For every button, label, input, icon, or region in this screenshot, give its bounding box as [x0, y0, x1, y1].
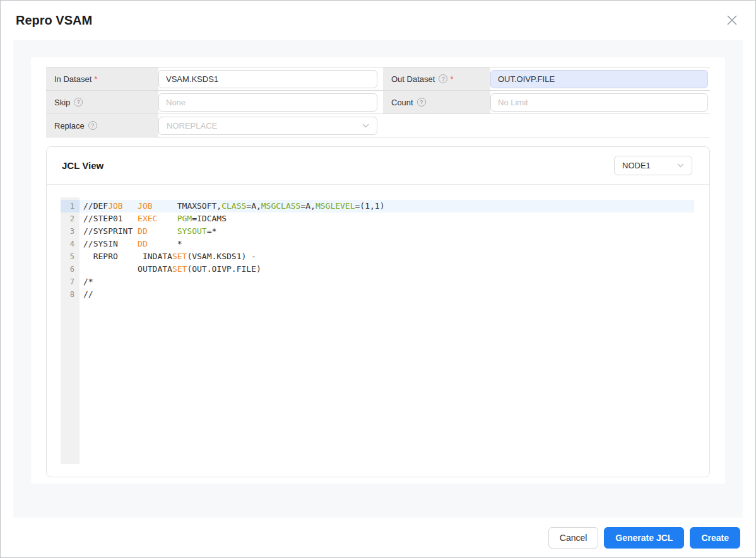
replace-select-value: NOREPLACE — [167, 121, 217, 131]
close-icon — [726, 14, 738, 26]
replace-label: Replace ? — [46, 114, 158, 137]
label-text: Out Dataset — [391, 74, 435, 84]
help-icon[interactable]: ? — [417, 98, 426, 107]
repro-vsam-modal: Repro VSAM In Dataset * Out Dataset — [0, 0, 756, 558]
content-card: In Dataset * Out Dataset ? * Skip ? — [31, 57, 725, 484]
help-icon[interactable]: ? — [88, 121, 97, 130]
code-token: MSGLEVEL — [316, 201, 355, 211]
code-token: =IDCAMS — [192, 214, 227, 223]
code-line[interactable]: REPRO INDATASET(VSAM.KSDS1) - — [80, 250, 694, 263]
line-number: 4 — [61, 238, 80, 250]
node-select[interactable]: NODE1 — [614, 156, 692, 175]
in-dataset-input[interactable] — [158, 70, 377, 88]
line-number: 5 — [61, 250, 80, 263]
line-number: 3 — [61, 225, 80, 238]
code-token: JOB — [108, 201, 122, 211]
code-token: =(1,1) — [355, 201, 385, 211]
line-number: 1 — [61, 200, 80, 212]
out-dataset-label: Out Dataset ? * — [383, 67, 490, 91]
required-asterisk: * — [450, 74, 453, 84]
jcl-view-panel: JCL View NODE1 12345678 //DEFJOB JOB TMA… — [46, 146, 710, 477]
repro-form: In Dataset * Out Dataset ? * Skip ? — [46, 67, 710, 137]
code-token: //DEF — [83, 201, 108, 211]
code-line[interactable]: //SYSIN DD * — [80, 238, 694, 250]
label-text: In Dataset — [54, 74, 92, 84]
out-dataset-input[interactable] — [490, 70, 708, 88]
help-icon[interactable]: ? — [439, 74, 447, 83]
code-line[interactable]: // — [80, 288, 694, 301]
code-token: SYSOUT — [177, 226, 207, 236]
code-token: =A, — [300, 201, 315, 211]
line-number: 7 — [61, 276, 80, 288]
code-line[interactable]: //DEFJOB JOB TMAXSOFT,CLASS=A,MSGCLASS=A… — [80, 200, 694, 212]
line-number: 8 — [61, 288, 80, 301]
code-token: EXEC — [138, 214, 157, 223]
code-token: (VSAM.KSDS1) - — [187, 252, 256, 261]
count-label: Count ? — [383, 91, 490, 114]
code-token: * — [148, 239, 182, 248]
modal-footer: Cancel Generate JCL Create — [1, 518, 755, 557]
replace-cell: NOREPLACE — [158, 114, 383, 137]
jcl-code-editor[interactable]: 12345678 //DEFJOB JOB TMAXSOFT,CLASS=A,M… — [61, 197, 694, 464]
in-dataset-cell — [158, 67, 383, 91]
code-token: /* — [83, 277, 93, 286]
code-token: =A, — [246, 201, 261, 211]
jcl-view-title: JCL View — [62, 160, 103, 171]
label-text: Skip — [54, 98, 70, 107]
chevron-down-icon — [362, 124, 369, 128]
count-cell — [490, 91, 710, 114]
modal-header: Repro VSAM — [1, 1, 755, 40]
code-line[interactable]: /* — [80, 276, 694, 288]
code-token: REPRO INDATA — [83, 252, 172, 261]
required-asterisk: * — [94, 74, 97, 84]
code-gutter: 12345678 — [61, 197, 80, 464]
chevron-down-icon — [677, 163, 684, 168]
label-text: Count — [391, 98, 413, 107]
code-token: //SYSIN — [83, 239, 138, 248]
code-token — [148, 226, 177, 236]
line-number: 6 — [61, 263, 80, 276]
empty-cell — [383, 114, 710, 137]
in-dataset-label: In Dataset * — [46, 67, 158, 91]
label-text: Replace — [54, 121, 85, 131]
skip-cell — [158, 91, 383, 114]
line-number: 2 — [61, 212, 80, 225]
modal-body: In Dataset * Out Dataset ? * Skip ? — [13, 40, 743, 519]
count-input[interactable] — [490, 93, 708, 112]
code-token: PGM — [177, 214, 192, 223]
help-icon[interactable]: ? — [74, 98, 83, 107]
close-button[interactable] — [725, 13, 739, 27]
code-token: // — [83, 289, 93, 299]
node-select-value: NODE1 — [622, 161, 651, 170]
out-dataset-cell — [490, 67, 710, 91]
generate-jcl-button[interactable]: Generate JCL — [604, 527, 684, 549]
replace-select[interactable]: NOREPLACE — [158, 117, 377, 135]
code-lines: //DEFJOB JOB TMAXSOFT,CLASS=A,MSGCLASS=A… — [80, 197, 694, 464]
code-token: (OUT.OIVP.FILE) — [187, 264, 261, 274]
code-token: DD — [138, 239, 148, 248]
code-token: SET — [172, 252, 187, 261]
code-line[interactable]: //SYSPRINT DD SYSOUT=* — [80, 225, 694, 238]
code-token: //SYSPRINT — [83, 226, 138, 236]
code-token: CLASS — [221, 201, 246, 211]
code-line[interactable]: OUTDATASET(OUT.OIVP.FILE) — [80, 263, 694, 276]
code-token: //STEP01 — [83, 214, 138, 223]
code-token: OUTDATA — [83, 264, 172, 274]
cancel-button[interactable]: Cancel — [548, 527, 599, 549]
code-token: MSGCLASS — [261, 201, 301, 211]
code-token — [123, 201, 138, 211]
code-token: TMAXSOFT, — [153, 201, 222, 211]
code-line[interactable]: //STEP01 EXEC PGM=IDCAMS — [80, 212, 694, 225]
code-token: JOB — [138, 201, 152, 211]
code-token: SET — [172, 264, 187, 274]
skip-label: Skip ? — [46, 91, 158, 114]
code-token: =* — [207, 226, 217, 236]
jcl-panel-header: JCL View NODE1 — [47, 147, 709, 185]
page-title: Repro VSAM — [16, 13, 92, 28]
skip-input[interactable] — [158, 93, 377, 112]
code-token: DD — [138, 226, 148, 236]
create-button[interactable]: Create — [690, 527, 740, 549]
code-token — [157, 214, 177, 223]
